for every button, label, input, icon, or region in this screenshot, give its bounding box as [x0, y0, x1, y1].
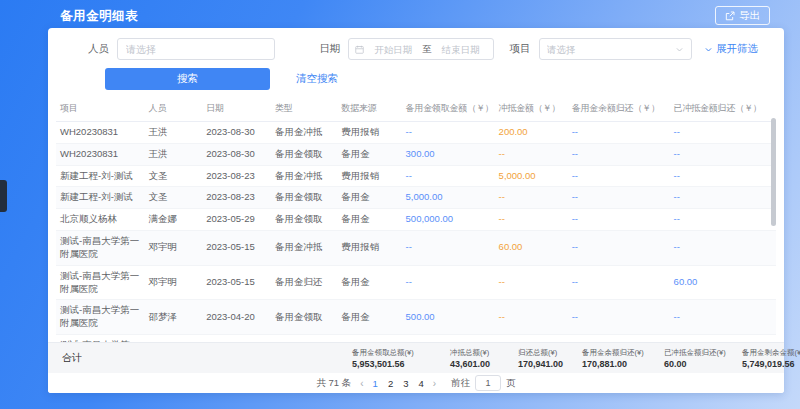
- summary-item: 备用金领取总额(¥) 5,953,501.56: [352, 348, 444, 369]
- column-header: 人员: [145, 96, 203, 122]
- cell: 200.00: [495, 122, 568, 144]
- cell: 文圣: [145, 187, 203, 209]
- summary-item: 备用金余额归还(¥) 170,881.00: [582, 348, 658, 369]
- cell: --: [670, 122, 776, 144]
- page-number[interactable]: 3: [403, 378, 408, 389]
- table-row[interactable]: 测试-南昌大学第一附属医院邓宇明2023-05-15备用金归还备用金------…: [56, 265, 776, 300]
- cell: 2023-08-30: [202, 122, 271, 144]
- cell: 5,000.00: [402, 187, 495, 209]
- cell: 2023-05-15: [202, 265, 271, 300]
- summary-item-label: 归还总额(¥): [518, 348, 576, 358]
- cell: --: [568, 122, 670, 144]
- next-page-button[interactable]: ›: [431, 378, 438, 389]
- cell: 备用金: [337, 143, 401, 165]
- cell: --: [670, 231, 776, 266]
- cell: --: [670, 209, 776, 231]
- page-numbers: 1234: [373, 378, 424, 389]
- table-row[interactable]: 新建工程-刘-测试文圣2023-08-23备用金领取备用金5,000.00---…: [56, 187, 776, 209]
- goto-page-input[interactable]: [475, 375, 501, 391]
- goto-label: 前往: [451, 377, 470, 390]
- summary-item-label: 备用金剩余金额(¥): [742, 348, 800, 358]
- page-number[interactable]: 2: [388, 378, 393, 389]
- cell: --: [495, 143, 568, 165]
- cell: 备用金归还: [271, 265, 337, 300]
- cell: --: [568, 209, 670, 231]
- cell: 60.00: [670, 265, 776, 300]
- summary-item-value: 60.00: [664, 359, 736, 369]
- cell: 邵梦泽: [145, 334, 203, 342]
- cell: 备用金领取: [271, 143, 337, 165]
- cell: WH20230831: [56, 122, 145, 144]
- total-label: 合计: [62, 351, 82, 365]
- cell: --: [495, 265, 568, 300]
- cell: 邓宇明: [145, 231, 203, 266]
- cell: 文圣: [145, 165, 203, 187]
- cell: 测试-南昌大学第一附属医院: [56, 231, 145, 266]
- cell: 邓宇明: [145, 265, 203, 300]
- date-end-input[interactable]: [435, 44, 487, 55]
- expand-filter-link[interactable]: 展开筛选: [704, 42, 758, 56]
- search-button[interactable]: 搜索: [105, 68, 270, 90]
- table-body: WH20230831王洪2023-08-30备用金冲抵费用报销--200.00-…: [56, 122, 776, 343]
- export-icon: [725, 11, 735, 21]
- reserve-fund-table: 项目 人员 日期 类型 数据来源 备用金领取金额（￥） 冲抵金额（￥） 备用金余…: [56, 96, 776, 342]
- column-header: 项目: [56, 96, 145, 122]
- table-row[interactable]: 测试-南昌大学第一附属医院邵梦泽2023-04-20备用金领取备用金500.00…: [56, 300, 776, 335]
- cell: --: [495, 209, 568, 231]
- cell: --: [402, 265, 495, 300]
- cell: --: [495, 334, 568, 342]
- table-row[interactable]: 北京顺义杨林满金娜2023-05-29备用金领取备用金500,000.00---…: [56, 209, 776, 231]
- cell: WH20230831: [56, 143, 145, 165]
- summary-item: 归还总额(¥) 170,941.00: [518, 348, 576, 369]
- table-row[interactable]: 新建工程-刘-测试文圣2023-08-23备用金冲抵费用报销--5,000.00…: [56, 165, 776, 187]
- cell: --: [495, 187, 568, 209]
- page-number[interactable]: 4: [418, 378, 423, 389]
- cell: 满金娜: [145, 209, 203, 231]
- cell: 2023-08-30: [202, 143, 271, 165]
- page-number[interactable]: 1: [373, 378, 378, 389]
- project-select-input[interactable]: [547, 44, 675, 55]
- chevron-down-icon: [675, 45, 684, 54]
- drawer-handle[interactable]: [0, 180, 7, 212]
- cell: 邵梦泽: [145, 300, 203, 335]
- cell: 王洪: [145, 122, 203, 144]
- table-row[interactable]: 测试-南昌大学第一附属医院邓宇明2023-05-15备用金冲抵费用报销--60.…: [56, 231, 776, 266]
- table-row[interactable]: 测试-南昌大学第一附属医院邵梦泽2023-04-20备用金归还备用金----10…: [56, 334, 776, 342]
- project-label: 项目: [510, 42, 531, 56]
- cell: 测试-南昌大学第一附属医院: [56, 265, 145, 300]
- summary-item-value: 5,749,019.56: [742, 359, 800, 369]
- clear-search-link[interactable]: 清空搜索: [296, 72, 338, 86]
- cell: 备用金: [337, 187, 401, 209]
- date-range-picker[interactable]: 至: [348, 38, 494, 60]
- page-title: 备用金明细表: [60, 8, 138, 25]
- person-input[interactable]: [117, 38, 275, 60]
- pagination: 共 71 条 ‹ 1234 › 前往 页: [48, 373, 784, 393]
- cell: 备用金: [337, 209, 401, 231]
- person-label: 人员: [88, 42, 109, 56]
- table-row[interactable]: WH20230831王洪2023-08-30备用金冲抵费用报销--200.00-…: [56, 122, 776, 144]
- project-select[interactable]: [539, 38, 692, 60]
- cell: --: [495, 300, 568, 335]
- table-row[interactable]: WH20230831王洪2023-08-30备用金领取备用金300.00----…: [56, 143, 776, 165]
- cell: 测试-南昌大学第一附属医院: [56, 300, 145, 335]
- cell: 2023-04-20: [202, 300, 271, 335]
- summary-item-label: 备用金余额归还(¥): [582, 348, 658, 358]
- cell: --: [670, 187, 776, 209]
- cell: --: [568, 231, 670, 266]
- column-header: 冲抵金额（￥）: [495, 96, 568, 122]
- export-button[interactable]: 导出: [715, 6, 770, 25]
- cell: 费用报销: [337, 165, 401, 187]
- cell: 500,000.00: [402, 209, 495, 231]
- cell: --: [670, 143, 776, 165]
- date-label: 日期: [319, 42, 340, 56]
- expand-filter-label: 展开筛选: [716, 42, 758, 56]
- cell: 2023-08-23: [202, 187, 271, 209]
- cell: 0.00: [670, 334, 776, 342]
- summary-item: 冲抵总额(¥) 43,601.00: [450, 348, 512, 369]
- vertical-scrollbar[interactable]: [771, 118, 776, 226]
- cell: --: [670, 165, 776, 187]
- date-start-input[interactable]: [367, 44, 419, 55]
- column-header: 备用金领取金额（￥）: [402, 96, 495, 122]
- title-bar: 备用金明细表 导出: [0, 0, 800, 28]
- prev-page-button[interactable]: ‹: [358, 378, 365, 389]
